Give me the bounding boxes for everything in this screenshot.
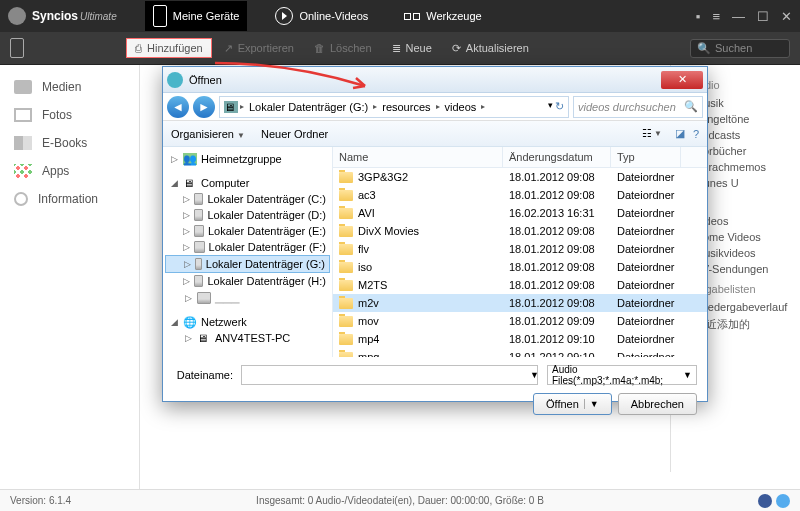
dropdown-icon[interactable]: ▾ — [548, 100, 553, 113]
breadcrumb[interactable]: 🖥 ▸ Lokaler Datenträger (G:) ▸ resources… — [219, 96, 569, 118]
collapse-icon[interactable]: ◢ — [169, 317, 179, 327]
tree-drive[interactable]: ▷Lokaler Datenträger (C:) — [165, 191, 330, 207]
nav-back-button[interactable]: ◄ — [167, 96, 189, 118]
chat-icon[interactable]: ▪ — [696, 9, 701, 24]
file-row[interactable]: m2v 18.01.2012 09:08 Dateiordner — [333, 294, 707, 312]
breadcrumb-seg-2[interactable]: videos — [442, 101, 480, 113]
sidebar-info[interactable]: Information — [0, 185, 139, 213]
tree-netpc[interactable]: ▷🖥ANV4TEST-PC — [165, 330, 330, 346]
file-type: Dateiordner — [611, 314, 681, 328]
file-row[interactable]: ac3 18.01.2012 09:08 Dateiordner — [333, 186, 707, 204]
nav-forward-button[interactable]: ► — [193, 96, 215, 118]
dialog-search-input[interactable]: videos durchsuchen 🔍 — [573, 96, 703, 118]
cancel-button[interactable]: Abbrechen — [618, 393, 697, 415]
tree-drive-extra[interactable]: ▷▁▁▁ — [165, 289, 330, 306]
search-input[interactable]: 🔍 Suchen — [690, 39, 790, 58]
tree-drive[interactable]: ▷Lokaler Datenträger (E:) — [165, 223, 330, 239]
filename-input[interactable] — [241, 365, 538, 385]
breadcrumb-seg-1[interactable]: resources — [379, 101, 433, 113]
grid-icon — [404, 13, 420, 20]
folder-tree[interactable]: ▷👥Heimnetzgruppe ◢🖥Computer ▷Lokaler Dat… — [163, 147, 333, 357]
col-type[interactable]: Typ — [611, 147, 681, 167]
expand-icon[interactable]: ▷ — [183, 293, 193, 303]
refresh-button[interactable]: ⟳ Aktualisieren — [444, 39, 537, 58]
chevron-right-icon[interactable]: ▸ — [373, 102, 377, 111]
nav-tools[interactable]: Werkzeuge — [396, 6, 489, 26]
help-icon[interactable]: ? — [693, 128, 699, 140]
file-date: 18.01.2012 09:08 — [503, 242, 611, 256]
file-name: mov — [358, 315, 379, 327]
expand-icon[interactable]: ▷ — [183, 210, 190, 220]
chevron-right-icon[interactable]: ▸ — [436, 102, 440, 111]
sidebar-photos[interactable]: Fotos — [0, 101, 139, 129]
add-button[interactable]: ⎙ Hinzufügen — [126, 38, 212, 58]
file-row[interactable]: mpg 18.01.2012 09:10 Dateiordner — [333, 348, 707, 357]
chevron-down-icon[interactable]: ▼ — [584, 399, 599, 409]
search-icon[interactable]: 🔍 — [684, 100, 698, 113]
expand-icon[interactable]: ▷ — [183, 276, 190, 286]
refresh-address-icon[interactable]: ↻ — [555, 100, 564, 113]
expand-icon[interactable]: ▷ — [169, 154, 179, 164]
maximize-icon[interactable]: ☐ — [757, 9, 769, 24]
expand-icon[interactable]: ▷ — [183, 194, 190, 204]
file-list-header[interactable]: Name Änderungsdatum Typ — [333, 147, 707, 168]
sidebar-apps[interactable]: Apps — [0, 157, 139, 185]
export-button[interactable]: ↗ Exportieren — [216, 39, 302, 58]
file-row[interactable]: mov 18.01.2012 09:09 Dateiordner — [333, 312, 707, 330]
file-row[interactable]: AVI 16.02.2013 16:31 Dateiordner — [333, 204, 707, 222]
app-edition: Ultimate — [80, 11, 117, 22]
file-type: Dateiordner — [611, 278, 681, 292]
twitter-icon[interactable] — [776, 494, 790, 508]
file-row[interactable]: M2TS 18.01.2012 09:08 Dateiordner — [333, 276, 707, 294]
tree-drive[interactable]: ▷Lokaler Datenträger (G:) — [165, 255, 330, 273]
new-button[interactable]: ≣ Neue — [384, 39, 440, 58]
app-logo-icon — [8, 7, 26, 25]
dialog-close-button[interactable]: ✕ — [661, 71, 703, 89]
sidebar-media[interactable]: Medien — [0, 73, 139, 101]
file-row[interactable]: iso 18.01.2012 09:08 Dateiordner — [333, 258, 707, 276]
expand-icon[interactable]: ▷ — [183, 333, 193, 343]
chevron-right-icon[interactable]: ▸ — [481, 102, 485, 111]
expand-icon[interactable]: ▷ — [183, 242, 190, 252]
open-button[interactable]: Öffnen▼ — [533, 393, 612, 415]
collapse-icon[interactable]: ◢ — [169, 178, 179, 188]
file-row[interactable]: mp4 18.01.2012 09:10 Dateiordner — [333, 330, 707, 348]
view-mode-button[interactable]: ☷ ▼ — [637, 125, 667, 142]
file-name: mp4 — [358, 333, 379, 345]
tree-homegroup[interactable]: ▷👥Heimnetzgruppe — [165, 151, 330, 167]
dialog-search-placeholder: videos durchsuchen — [578, 101, 676, 113]
expand-icon[interactable]: ▷ — [184, 259, 191, 269]
chevron-right-icon[interactable]: ▸ — [240, 102, 244, 111]
dialog-titlebar[interactable]: Öffnen ✕ — [163, 67, 707, 93]
sidebar-ebooks[interactable]: E-Books — [0, 129, 139, 157]
left-sidebar: Medien Fotos E-Books Apps Information — [0, 65, 140, 492]
file-row[interactable]: 3GP&3G2 18.01.2012 09:08 Dateiordner — [333, 168, 707, 186]
new-folder-button[interactable]: Neuer Ordner — [261, 128, 328, 140]
preview-pane-icon[interactable]: ◪ — [675, 127, 685, 140]
delete-button[interactable]: 🗑 Löschen — [306, 39, 380, 57]
tree-computer[interactable]: ◢🖥Computer — [165, 175, 330, 191]
device-thumb-icon[interactable] — [10, 38, 24, 58]
minimize-icon[interactable]: — — [732, 9, 745, 24]
tree-drive[interactable]: ▷Lokaler Datenträger (H:) — [165, 273, 330, 289]
tree-network[interactable]: ◢🌐Netzwerk — [165, 314, 330, 330]
file-row[interactable]: DivX Movies 18.01.2012 09:08 Dateiordner — [333, 222, 707, 240]
menu-icon[interactable]: ≡ — [712, 9, 720, 24]
organize-menu[interactable]: Organisieren ▼ — [171, 128, 245, 140]
tree-drive[interactable]: ▷Lokaler Datenträger (D:) — [165, 207, 330, 223]
breadcrumb-seg-0[interactable]: Lokaler Datenträger (G:) — [246, 101, 371, 113]
nav-online-videos[interactable]: Online-Videos — [267, 3, 376, 29]
facebook-icon[interactable] — [758, 494, 772, 508]
expand-icon[interactable]: ▷ — [183, 226, 190, 236]
file-list[interactable]: Name Änderungsdatum Typ 3GP&3G2 18.01.20… — [333, 147, 707, 357]
file-row[interactable]: flv 18.01.2012 09:08 Dateiordner — [333, 240, 707, 258]
tree-drive[interactable]: ▷Lokaler Datenträger (F:) — [165, 239, 330, 255]
refresh-icon: ⟳ — [452, 42, 461, 55]
col-date[interactable]: Änderungsdatum — [503, 147, 611, 167]
file-type-filter[interactable]: Audio Files(*.mp3;*.m4a;*.m4b;▼ — [547, 365, 697, 385]
nav-devices[interactable]: Meine Geräte — [145, 1, 248, 31]
organize-label: Organisieren — [171, 128, 234, 140]
filename-dropdown-icon[interactable]: ▼ — [530, 370, 539, 380]
close-icon[interactable]: ✕ — [781, 9, 792, 24]
col-name[interactable]: Name — [333, 147, 503, 167]
